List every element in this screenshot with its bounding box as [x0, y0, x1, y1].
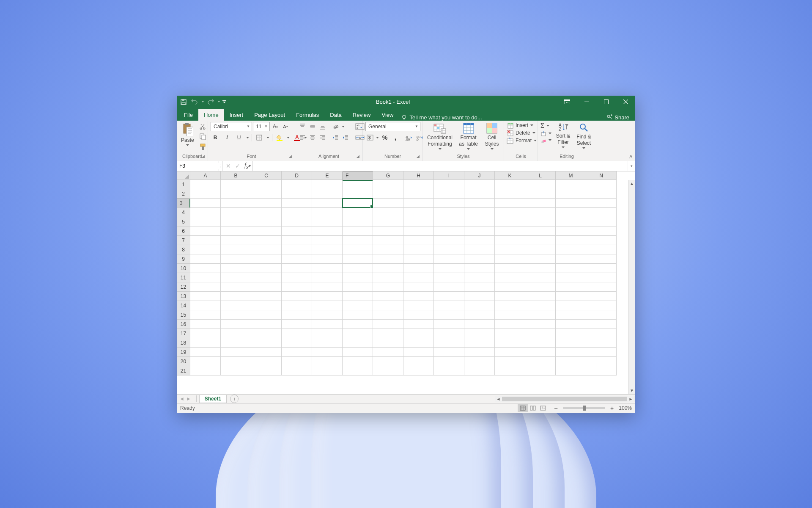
cell[interactable]	[525, 208, 556, 217]
cell[interactable]	[525, 180, 556, 189]
chevron-down-icon[interactable]	[246, 137, 249, 138]
cell[interactable]	[525, 320, 556, 329]
cell[interactable]	[403, 264, 434, 273]
cell[interactable]	[586, 199, 617, 208]
cell[interactable]	[343, 301, 373, 310]
cell[interactable]	[251, 301, 282, 310]
align-middle-icon[interactable]	[308, 122, 317, 131]
cell[interactable]	[373, 329, 403, 338]
cell[interactable]	[312, 348, 343, 357]
cell[interactable]	[373, 282, 403, 292]
cell[interactable]	[525, 282, 556, 292]
row-header[interactable]: 3	[177, 199, 190, 208]
cell[interactable]	[464, 310, 495, 320]
cell[interactable]	[403, 208, 434, 217]
cell[interactable]	[586, 254, 617, 264]
cell[interactable]	[312, 282, 343, 292]
cell[interactable]	[343, 217, 373, 226]
cell[interactable]	[525, 301, 556, 310]
cell[interactable]	[495, 282, 525, 292]
cell[interactable]	[586, 366, 617, 375]
cell[interactable]	[495, 301, 525, 310]
cell[interactable]	[312, 180, 343, 189]
cell[interactable]	[525, 189, 556, 199]
cell[interactable]	[343, 282, 373, 292]
cell[interactable]	[586, 226, 617, 236]
enter-formula-icon[interactable]: ✓	[233, 163, 242, 169]
cell[interactable]	[434, 254, 464, 264]
cell[interactable]	[556, 226, 586, 236]
cell[interactable]	[403, 199, 434, 208]
cell[interactable]	[221, 245, 251, 254]
page-layout-view-icon[interactable]	[528, 404, 538, 412]
cell[interactable]	[434, 348, 464, 357]
cell[interactable]	[190, 254, 221, 264]
cell[interactable]	[282, 226, 312, 236]
chevron-down-icon[interactable]	[376, 137, 379, 138]
cell[interactable]	[312, 320, 343, 329]
cell[interactable]	[586, 348, 617, 357]
cell[interactable]	[586, 282, 617, 292]
row-header[interactable]: 4	[177, 208, 190, 217]
paste-button[interactable]: Paste	[179, 122, 196, 147]
cell[interactable]	[221, 180, 251, 189]
cell[interactable]	[190, 264, 221, 273]
cell[interactable]	[403, 320, 434, 329]
column-header[interactable]: H	[403, 171, 434, 180]
cell[interactable]	[190, 310, 221, 320]
cell[interactable]	[343, 254, 373, 264]
cell[interactable]	[251, 254, 282, 264]
cell[interactable]	[586, 245, 617, 254]
align-right-icon[interactable]	[318, 133, 327, 142]
ribbon-display-icon[interactable]	[557, 96, 577, 108]
row-header[interactable]: 1	[177, 180, 190, 189]
cell[interactable]	[221, 208, 251, 217]
horizontal-scrollbar[interactable]: ◄ ►	[495, 396, 634, 402]
cell[interactable]	[190, 245, 221, 254]
cell[interactable]	[556, 301, 586, 310]
font-size-select[interactable]: 11▼	[253, 122, 270, 131]
cell[interactable]	[586, 273, 617, 282]
cell[interactable]	[312, 273, 343, 282]
cell[interactable]	[556, 329, 586, 338]
comma-icon[interactable]: ,	[391, 133, 400, 142]
sheet-nav-prev-icon[interactable]: ◄	[179, 396, 184, 402]
minimize-icon[interactable]	[577, 96, 596, 108]
scroll-right-icon[interactable]: ►	[628, 397, 634, 401]
autosum-button[interactable]: Σ	[540, 122, 551, 130]
cell[interactable]	[525, 292, 556, 301]
cell[interactable]	[343, 338, 373, 348]
cell[interactable]	[586, 310, 617, 320]
cell[interactable]	[525, 357, 556, 366]
cell[interactable]	[251, 236, 282, 245]
row-header[interactable]: 15	[177, 310, 190, 320]
cell[interactable]	[495, 236, 525, 245]
cell[interactable]	[343, 366, 373, 375]
cell[interactable]	[434, 273, 464, 282]
cell[interactable]	[373, 217, 403, 226]
cell[interactable]	[251, 189, 282, 199]
cell[interactable]	[282, 329, 312, 338]
cell[interactable]	[403, 301, 434, 310]
chevron-down-icon[interactable]	[266, 137, 269, 138]
cell[interactable]	[434, 264, 464, 273]
decrease-font-icon[interactable]: A▾	[281, 122, 290, 131]
cell[interactable]	[434, 180, 464, 189]
cell[interactable]	[495, 217, 525, 226]
cell[interactable]	[190, 348, 221, 357]
cell[interactable]	[403, 282, 434, 292]
cell[interactable]	[251, 199, 282, 208]
find-select-button[interactable]: Find & Select	[575, 122, 593, 150]
cell[interactable]	[464, 273, 495, 282]
cell[interactable]	[221, 357, 251, 366]
cell[interactable]	[221, 226, 251, 236]
cell[interactable]	[282, 348, 312, 357]
cell[interactable]	[495, 254, 525, 264]
cell[interactable]	[373, 199, 403, 208]
cell[interactable]	[586, 301, 617, 310]
cell[interactable]	[434, 208, 464, 217]
cell[interactable]	[190, 199, 221, 208]
cell[interactable]	[190, 301, 221, 310]
cell[interactable]	[312, 264, 343, 273]
cell[interactable]	[373, 254, 403, 264]
